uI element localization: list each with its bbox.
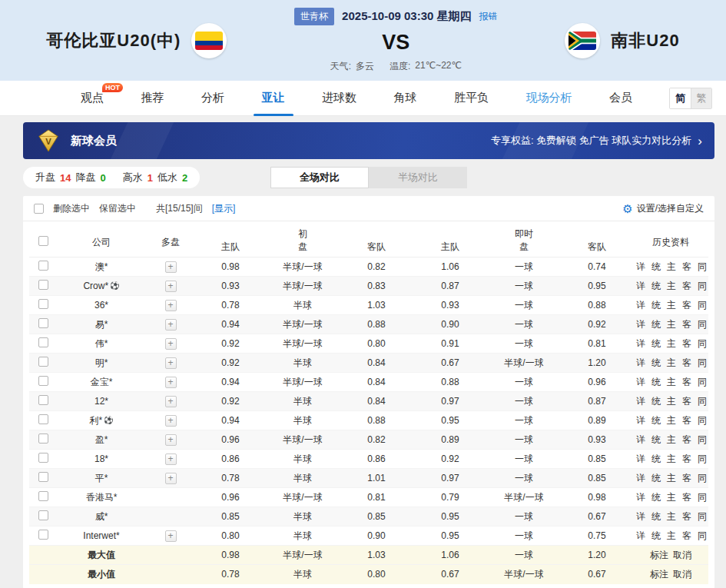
history-link-统[interactable]: 统 bbox=[651, 377, 661, 387]
history-link-详[interactable]: 详 bbox=[636, 300, 645, 311]
history-link-详[interactable]: 详 bbox=[636, 396, 645, 407]
history-link-同[interactable]: 同 bbox=[698, 300, 707, 311]
action-取消[interactable]: 取消 bbox=[673, 550, 691, 560]
history-link-统[interactable]: 统 bbox=[651, 357, 661, 368]
row-checkbox[interactable] bbox=[38, 395, 48, 405]
history-link-详[interactable]: 详 bbox=[636, 377, 645, 387]
row-checkbox[interactable] bbox=[38, 261, 48, 271]
tab-胜平负[interactable]: 胜平负 bbox=[454, 81, 489, 116]
history-link-详[interactable]: 详 bbox=[636, 281, 645, 291]
history-link-主[interactable]: 主 bbox=[667, 357, 676, 368]
history-link-统[interactable]: 统 bbox=[651, 415, 661, 426]
history-link-统[interactable]: 统 bbox=[651, 261, 661, 272]
expand-multi-button[interactable]: + bbox=[165, 261, 177, 273]
expand-multi-button[interactable]: + bbox=[165, 434, 177, 446]
history-link-同[interactable]: 同 bbox=[698, 261, 707, 272]
history-link-详[interactable]: 详 bbox=[636, 492, 645, 503]
delete-selected-button[interactable]: 删除选中 bbox=[53, 202, 90, 215]
row-checkbox[interactable] bbox=[38, 318, 48, 328]
company-name[interactable]: 威* bbox=[95, 510, 108, 523]
history-link-客[interactable]: 客 bbox=[682, 261, 691, 272]
row-checkbox[interactable] bbox=[38, 530, 48, 540]
expand-multi-button[interactable]: + bbox=[165, 453, 177, 465]
history-link-客[interactable]: 客 bbox=[682, 434, 691, 445]
history-link-主[interactable]: 主 bbox=[667, 473, 676, 483]
history-link-详[interactable]: 详 bbox=[636, 453, 645, 464]
history-link-主[interactable]: 主 bbox=[667, 377, 676, 387]
history-link-客[interactable]: 客 bbox=[682, 357, 691, 368]
history-link-客[interactable]: 客 bbox=[682, 492, 691, 503]
company-name[interactable]: 利*⚽ bbox=[89, 414, 113, 427]
history-link-同[interactable]: 同 bbox=[698, 530, 707, 541]
history-link-客[interactable]: 客 bbox=[682, 530, 691, 541]
company-name[interactable]: 平* bbox=[95, 472, 108, 485]
expand-multi-button[interactable]: + bbox=[165, 319, 177, 331]
company-name[interactable]: Interwet* bbox=[83, 530, 119, 541]
history-link-主[interactable]: 主 bbox=[667, 415, 676, 426]
tab-角球[interactable]: 角球 bbox=[394, 81, 417, 116]
row-checkbox[interactable] bbox=[38, 472, 48, 482]
lang-traditional-button[interactable]: 繁 bbox=[691, 88, 711, 108]
company-name[interactable]: 易* bbox=[95, 318, 108, 331]
chevron-right-icon[interactable]: › bbox=[698, 135, 702, 148]
row-checkbox[interactable] bbox=[38, 337, 48, 347]
tab-观点[interactable]: 观点HOT bbox=[81, 81, 104, 116]
company-name[interactable]: 澳* bbox=[95, 261, 108, 274]
company-name[interactable]: 18* bbox=[94, 453, 108, 464]
select-all-checkbox[interactable] bbox=[38, 236, 48, 246]
history-link-统[interactable]: 统 bbox=[651, 511, 661, 522]
history-link-详[interactable]: 详 bbox=[636, 261, 645, 272]
tab-分析[interactable]: 分析 bbox=[201, 81, 224, 116]
lang-simplified-button[interactable]: 简 bbox=[670, 88, 691, 108]
history-link-主[interactable]: 主 bbox=[667, 300, 676, 311]
company-name[interactable]: 36* bbox=[94, 300, 108, 311]
history-link-同[interactable]: 同 bbox=[698, 396, 707, 407]
history-link-同[interactable]: 同 bbox=[698, 357, 707, 368]
history-link-客[interactable]: 客 bbox=[682, 453, 691, 464]
history-link-详[interactable]: 详 bbox=[636, 319, 645, 330]
history-link-同[interactable]: 同 bbox=[698, 281, 707, 291]
history-link-同[interactable]: 同 bbox=[698, 319, 707, 330]
history-link-同[interactable]: 同 bbox=[698, 492, 707, 503]
history-link-统[interactable]: 统 bbox=[651, 281, 661, 291]
history-link-客[interactable]: 客 bbox=[682, 511, 691, 522]
company-name[interactable]: 金宝* bbox=[91, 376, 113, 389]
company-name[interactable]: 香港马* bbox=[86, 491, 118, 504]
history-link-详[interactable]: 详 bbox=[636, 530, 645, 541]
report-error-link[interactable]: 报错 bbox=[479, 10, 498, 23]
history-link-详[interactable]: 详 bbox=[636, 473, 645, 483]
history-link-详[interactable]: 详 bbox=[636, 434, 645, 445]
expand-multi-button[interactable]: + bbox=[165, 415, 177, 427]
history-link-详[interactable]: 详 bbox=[636, 511, 645, 522]
history-link-同[interactable]: 同 bbox=[698, 511, 707, 522]
row-checkbox[interactable] bbox=[38, 280, 48, 290]
row-checkbox[interactable] bbox=[38, 414, 48, 424]
history-link-客[interactable]: 客 bbox=[682, 473, 691, 483]
tab-现场分析[interactable]: 现场分析 bbox=[526, 81, 572, 116]
show-link[interactable]: [显示] bbox=[212, 202, 236, 215]
action-标注[interactable]: 标注 bbox=[650, 569, 668, 580]
history-link-主[interactable]: 主 bbox=[667, 453, 676, 464]
history-link-详[interactable]: 详 bbox=[636, 415, 645, 426]
history-link-主[interactable]: 主 bbox=[667, 434, 676, 445]
history-link-主[interactable]: 主 bbox=[667, 396, 676, 407]
history-link-统[interactable]: 统 bbox=[651, 530, 661, 541]
keep-selected-button[interactable]: 保留选中 bbox=[99, 202, 136, 215]
history-link-主[interactable]: 主 bbox=[667, 530, 676, 541]
tab-会员[interactable]: 会员 bbox=[609, 81, 632, 116]
toolbar-checkbox[interactable] bbox=[34, 204, 44, 214]
history-link-客[interactable]: 客 bbox=[682, 281, 691, 291]
company-name[interactable]: 盈* bbox=[95, 434, 108, 447]
history-link-客[interactable]: 客 bbox=[682, 300, 691, 311]
action-取消[interactable]: 取消 bbox=[673, 569, 691, 580]
row-checkbox[interactable] bbox=[38, 491, 48, 501]
history-link-统[interactable]: 统 bbox=[651, 453, 661, 464]
history-link-主[interactable]: 主 bbox=[667, 492, 676, 503]
company-name[interactable]: 伟* bbox=[95, 337, 108, 350]
action-标注[interactable]: 标注 bbox=[650, 550, 668, 560]
row-checkbox[interactable] bbox=[38, 299, 48, 309]
history-link-客[interactable]: 客 bbox=[682, 396, 691, 407]
expand-multi-button[interactable]: + bbox=[165, 300, 177, 311]
history-link-详[interactable]: 详 bbox=[636, 338, 645, 349]
history-link-同[interactable]: 同 bbox=[698, 453, 707, 464]
